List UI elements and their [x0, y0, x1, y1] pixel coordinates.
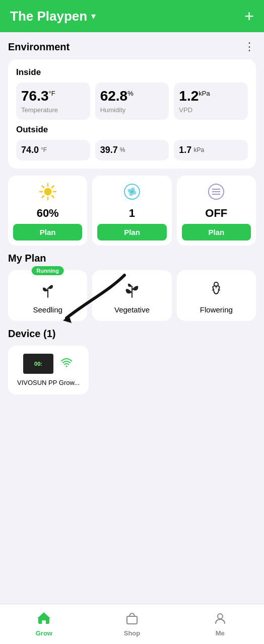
nav-shop[interactable]: Shop	[88, 611, 176, 637]
temperature-value: 76.3°F	[21, 89, 55, 104]
temperature-label: Temperature	[21, 106, 58, 114]
nav-me[interactable]: Me	[176, 611, 264, 637]
outside-label: Outside	[16, 125, 248, 135]
flowering-plan-card[interactable]: Flowering	[177, 270, 256, 321]
shop-nav-label: Shop	[124, 629, 141, 637]
svg-rect-24	[42, 620, 46, 624]
inside-metrics-row: 76.3°F Temperature 62.8% Humidity 1.2kPa…	[16, 83, 248, 120]
more-options-icon[interactable]: ⋮	[244, 40, 256, 53]
svg-point-0	[44, 188, 51, 195]
outside-metrics-row: 74.0 °F 39.7 % 1.7 kPa	[16, 140, 248, 160]
running-badge: Running	[31, 266, 64, 275]
light-control-card: 60% Plan	[8, 176, 87, 246]
grow-icon	[37, 611, 51, 627]
humidity-value: 62.8%	[100, 89, 134, 104]
me-icon	[213, 611, 227, 627]
device-icons-row: 00:	[23, 354, 74, 374]
environment-card: Inside 76.3°F Temperature 62.8% Humidity…	[8, 59, 256, 169]
grow-nav-label: Grow	[36, 629, 52, 637]
svg-line-7	[52, 186, 54, 188]
header: The Playpen ▾ +	[0, 0, 264, 32]
vpd-label: VPD	[179, 106, 192, 114]
me-nav-label: Me	[216, 629, 225, 637]
light-value: 60%	[37, 207, 59, 220]
device-title: Device (1)	[8, 328, 56, 340]
seedling-icon	[38, 278, 58, 301]
plan-cards-row: Running Seedling	[8, 270, 256, 321]
flowering-icon	[206, 278, 226, 301]
svg-rect-25	[127, 616, 137, 624]
app-title: The Playpen	[10, 9, 87, 24]
outside-vpd: 1.7 kPa	[174, 140, 248, 160]
vegetative-plan-card[interactable]: Vegetative	[92, 270, 171, 321]
seedling-label: Seedling	[33, 305, 62, 314]
light-plan-button[interactable]: Plan	[13, 224, 82, 240]
device-screen: 00:	[23, 354, 53, 374]
environment-section-header: Environment ⋮	[8, 40, 256, 53]
sun-icon	[39, 183, 57, 203]
filter-control-card: OFF Plan	[177, 176, 256, 246]
plan-section: Running Seedling	[8, 270, 256, 321]
my-plan-section-header: My Plan	[8, 253, 256, 264]
filter-value: OFF	[205, 207, 227, 220]
humidity-metric: 62.8% Humidity	[95, 83, 169, 120]
header-left: The Playpen ▾	[10, 9, 96, 24]
vegetative-icon	[122, 278, 142, 301]
svg-line-8	[42, 196, 44, 198]
vpd-metric: 1.2kPa VPD	[174, 83, 248, 120]
flowering-label: Flowering	[200, 305, 233, 314]
device-section-header: Device (1)	[8, 328, 256, 340]
inside-label: Inside	[16, 67, 248, 77]
svg-point-26	[218, 614, 223, 619]
device-name-label: VIVOSUN PP Grow...	[17, 379, 80, 386]
fan-control-card: 1 Plan	[92, 176, 171, 246]
seedling-plan-card[interactable]: Running Seedling	[8, 270, 87, 321]
filter-icon	[207, 183, 225, 203]
main-content: Environment ⋮ Inside 76.3°F Temperature …	[0, 32, 264, 435]
environment-title: Environment	[8, 41, 70, 53]
fan-value: 1	[129, 207, 135, 220]
bottom-navigation: Grow Shop Me	[0, 604, 264, 644]
temperature-metric: 76.3°F Temperature	[16, 83, 90, 120]
outside-humidity: 39.7 %	[95, 140, 169, 160]
svg-line-6	[52, 196, 54, 198]
device-card[interactable]: 00: VIVOSUN PP Grow...	[8, 346, 89, 394]
nav-grow[interactable]: Grow	[0, 611, 88, 637]
wifi-icon	[59, 357, 74, 370]
svg-line-5	[42, 186, 44, 188]
vegetative-label: Vegetative	[114, 305, 150, 314]
vpd-value: 1.2kPa	[179, 89, 210, 104]
shop-icon	[125, 611, 139, 627]
filter-plan-button[interactable]: Plan	[182, 224, 251, 240]
outside-temperature: 74.0 °F	[16, 140, 90, 160]
chevron-down-icon[interactable]: ▾	[91, 11, 96, 22]
device-screen-text: 00:	[34, 361, 42, 367]
my-plan-title: My Plan	[8, 253, 46, 264]
svg-marker-23	[37, 612, 50, 618]
humidity-label: Humidity	[100, 106, 126, 114]
controls-row: 60% Plan 1 Plan	[8, 176, 256, 246]
fan-plan-button[interactable]: Plan	[97, 224, 166, 240]
add-button[interactable]: +	[244, 8, 254, 24]
fan-icon	[123, 183, 141, 203]
